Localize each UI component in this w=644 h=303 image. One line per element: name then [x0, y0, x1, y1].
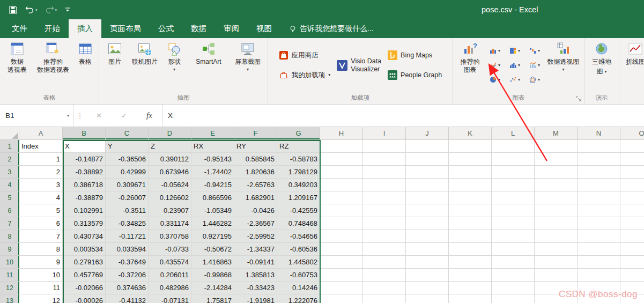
cell-L3[interactable] — [492, 166, 535, 179]
tab-home[interactable]: 开始 — [36, 19, 69, 38]
cell-B10[interactable]: 0.279163 — [63, 256, 106, 269]
cell-H3[interactable] — [320, 166, 363, 179]
cell-A13[interactable]: 12 — [19, 294, 63, 303]
cell-B12[interactable]: -0.02066 — [63, 282, 106, 294]
cell-H11[interactable] — [320, 269, 363, 282]
cell-F1[interactable]: RY — [234, 140, 277, 153]
cell-N6[interactable] — [578, 204, 620, 217]
cell-E4[interactable]: -0.94215 — [191, 179, 234, 191]
cell-B1[interactable]: X — [63, 140, 106, 153]
cell-B3[interactable]: -0.38892 — [63, 166, 106, 179]
cell-L4[interactable] — [492, 179, 535, 191]
tab-insert[interactable]: 插入 — [69, 19, 101, 38]
row-header-5[interactable]: 5 — [0, 191, 19, 204]
cell-C6[interactable]: -0.3511 — [106, 204, 149, 217]
insert-surface-chart-button[interactable]: ▾ — [525, 72, 545, 87]
cell-C3[interactable]: 0.42999 — [106, 166, 149, 179]
cell-E7[interactable]: 1.446282 — [191, 217, 234, 230]
cell-K4[interactable] — [449, 179, 492, 191]
cell-H10[interactable] — [320, 256, 363, 269]
cell-C2[interactable]: -0.36506 — [106, 153, 149, 166]
column-header-I[interactable]: I — [363, 127, 406, 140]
cell-F6[interactable]: -0.0426 — [234, 204, 277, 217]
cell-M8[interactable] — [535, 230, 578, 243]
cell-L6[interactable] — [492, 204, 535, 217]
cell-L7[interactable] — [492, 217, 535, 230]
column-header-B[interactable]: B — [63, 127, 106, 140]
cancel-icon[interactable]: ✕ — [96, 112, 102, 120]
row-header-10[interactable]: 10 — [0, 256, 19, 269]
column-header-N[interactable]: N — [578, 127, 620, 140]
cell-G5[interactable]: 1.209167 — [277, 191, 320, 204]
cell-I4[interactable] — [363, 179, 406, 191]
cell-B4[interactable]: 0.386718 — [63, 179, 106, 191]
tab-review[interactable]: 审阅 — [215, 19, 248, 38]
cell-J3[interactable] — [406, 166, 449, 179]
cell-F3[interactable]: 1.820636 — [234, 166, 277, 179]
cell-I11[interactable] — [363, 269, 406, 282]
cell-L11[interactable] — [492, 269, 535, 282]
row-header-12[interactable]: 12 — [0, 282, 19, 294]
cell-J11[interactable] — [406, 269, 449, 282]
cell-D3[interactable]: 0.673946 — [149, 166, 191, 179]
sparkline-line-button[interactable]: 折线图 — [621, 39, 644, 93]
cell-K11[interactable] — [449, 269, 492, 282]
row-header-13[interactable]: 13 — [0, 294, 19, 303]
cell-C4[interactable]: 0.309671 — [106, 179, 149, 191]
cell-M11[interactable] — [535, 269, 578, 282]
cell-A5[interactable]: 4 — [19, 191, 63, 204]
online-pictures-button[interactable]: 联机图片 — [129, 39, 160, 93]
cell-B5[interactable]: -0.38879 — [63, 191, 106, 204]
insert-statistic-chart-button[interactable]: ▾ — [505, 58, 525, 72]
column-header-L[interactable]: L — [492, 127, 535, 140]
cell-J9[interactable] — [406, 243, 449, 256]
cell-I7[interactable] — [363, 217, 406, 230]
charts-dialog-launcher[interactable] — [575, 95, 582, 102]
row-header-11[interactable]: 11 — [0, 269, 19, 282]
cell-I2[interactable] — [363, 153, 406, 166]
row-header-1[interactable]: 1 — [0, 140, 19, 153]
cell-B6[interactable]: 0.102991 — [63, 204, 106, 217]
cell-H9[interactable] — [320, 243, 363, 256]
cell-K9[interactable] — [449, 243, 492, 256]
cell-E8[interactable]: 0.927195 — [191, 230, 234, 243]
insert-line-chart-button[interactable]: ▾ — [485, 58, 505, 72]
insert-column-chart-button[interactable]: ▾ — [485, 43, 505, 58]
cell-N3[interactable] — [578, 166, 620, 179]
cell-K13[interactable] — [449, 294, 492, 303]
cell-N9[interactable] — [578, 243, 620, 256]
cell-G12[interactable]: 0.14246 — [277, 282, 320, 294]
cell-K5[interactable] — [449, 191, 492, 204]
column-header-M[interactable]: M — [535, 127, 578, 140]
column-header-O[interactable]: O — [620, 127, 644, 140]
cell-L9[interactable] — [492, 243, 535, 256]
cell-O4[interactable] — [620, 179, 644, 191]
bing-maps-button[interactable]: Bing Maps — [388, 50, 442, 60]
cell-C8[interactable]: -0.11721 — [106, 230, 149, 243]
cell-D13[interactable]: -0.07131 — [149, 294, 191, 303]
shapes-button[interactable]: 形状 ▾ — [162, 39, 186, 93]
cell-F2[interactable]: 0.585845 — [234, 153, 277, 166]
cell-O7[interactable] — [620, 217, 644, 230]
cell-F4[interactable]: -2.65763 — [234, 179, 277, 191]
row-header-7[interactable]: 7 — [0, 217, 19, 230]
cell-B8[interactable]: 0.430734 — [63, 230, 106, 243]
cell-C11[interactable]: -0.37206 — [106, 269, 149, 282]
cell-K6[interactable] — [449, 204, 492, 217]
tell-me-box[interactable]: 告诉我您想要做什么... — [289, 19, 374, 38]
cell-D10[interactable]: 0.435574 — [149, 256, 191, 269]
cell-N2[interactable] — [578, 153, 620, 166]
tab-formulas[interactable]: 公式 — [150, 19, 182, 38]
cell-D12[interactable]: 0.482986 — [149, 282, 191, 294]
cell-G13[interactable]: 1.222076 — [277, 294, 320, 303]
cell-F8[interactable]: -2.59952 — [234, 230, 277, 243]
cell-O11[interactable] — [620, 269, 644, 282]
table-button[interactable]: 表格 — [73, 39, 97, 93]
cell-F10[interactable]: -0.09141 — [234, 256, 277, 269]
cell-F12[interactable]: -0.33423 — [234, 282, 277, 294]
cell-E9[interactable]: -0.50672 — [191, 243, 234, 256]
pictures-button[interactable]: 图片 — [102, 39, 127, 93]
row-header-4[interactable]: 4 — [0, 179, 19, 191]
visio-data-visualizer-button[interactable]: Visio Data Visualizer — [337, 57, 381, 73]
cell-L2[interactable] — [492, 153, 535, 166]
